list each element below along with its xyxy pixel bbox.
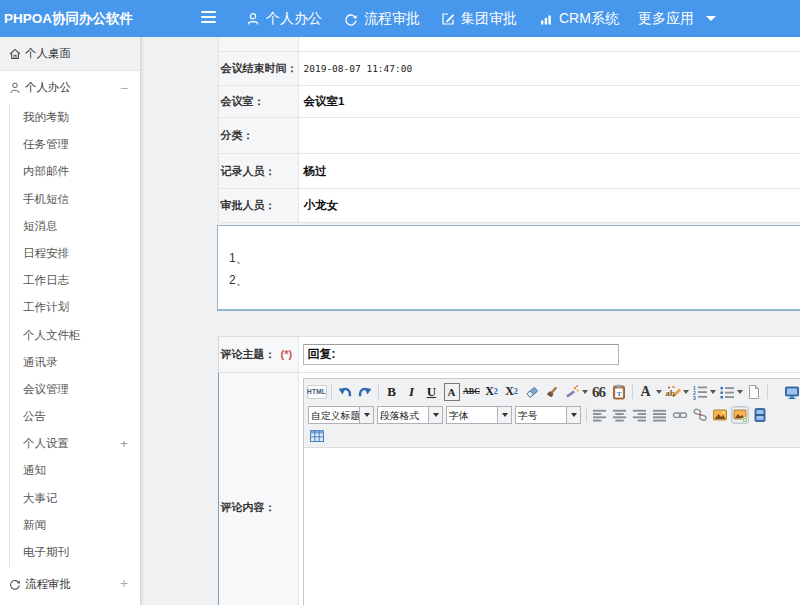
combo-arrow-icon <box>428 406 443 424</box>
align-right-icon[interactable] <box>631 406 649 424</box>
nav-label: 集团审批 <box>461 10 517 28</box>
italic-icon[interactable]: I <box>404 383 420 401</box>
sidebar-subitem[interactable]: 手机短信 <box>0 186 140 213</box>
expand-plus-icon[interactable]: + <box>117 575 131 591</box>
sidebar-subitem[interactable]: 通知 <box>0 457 140 484</box>
insert-media-icon[interactable] <box>751 406 769 424</box>
redo-icon[interactable] <box>357 383 373 401</box>
sidebar-subitem-label: 电子期刊 <box>23 546 69 558</box>
sidebar-subitem-label: 通讯录 <box>23 356 58 368</box>
nav-group-approval[interactable]: 集团审批 <box>440 0 517 37</box>
align-center-icon[interactable] <box>611 406 629 424</box>
caret-down-icon[interactable] <box>710 390 716 394</box>
paragraph-format-select[interactable]: 段落格式 <box>377 406 443 424</box>
superscript-icon[interactable]: X2 <box>484 383 500 401</box>
font-name-icon[interactable]: A <box>444 383 460 401</box>
sidebar-subitem-label: 个人文件柜 <box>23 329 81 341</box>
sidebar-subitem[interactable]: 我的考勤 <box>0 104 140 131</box>
collapse-minus-icon[interactable]: − <box>117 80 131 96</box>
sidebar-subitem[interactable]: 个人设置 + <box>0 430 140 457</box>
sidebar-subitem[interactable]: 内部邮件 <box>0 158 140 185</box>
sidebar-subitem-label: 我的考勤 <box>23 111 69 123</box>
insert-image-icon[interactable] <box>711 406 729 424</box>
sidebar-subitem[interactable]: 大事记 <box>0 485 140 512</box>
strikethrough-icon[interactable]: ABC <box>464 383 480 401</box>
caret-down-icon[interactable] <box>582 390 588 394</box>
font-color-icon[interactable]: A <box>638 383 654 401</box>
table-row: 记录人员： 杨过 <box>219 154 800 189</box>
new-page-icon[interactable] <box>746 383 762 401</box>
paste-text-icon[interactable]: T <box>611 383 627 401</box>
sidebar-subitem-label: 日程安排 <box>23 247 69 259</box>
sidebar-subitem-label: 工作日志 <box>23 274 69 286</box>
undo-icon[interactable] <box>337 383 353 401</box>
hamburger-menu-icon[interactable] <box>201 11 216 25</box>
edit-square-icon <box>440 11 456 27</box>
expand-plus-icon[interactable]: + <box>117 430 131 457</box>
sidebar-subitem[interactable]: 工作日志 <box>0 267 140 294</box>
sidebar-item-personal-office[interactable]: 个人办公 − <box>0 71 140 104</box>
blockquote-icon[interactable]: 66 <box>591 383 607 401</box>
sidebar-subitem[interactable]: 通讯录 <box>0 349 140 376</box>
link-icon[interactable] <box>671 406 689 424</box>
sidebar-item-workflow[interactable]: 流程审批 + <box>0 570 140 598</box>
comment-subject-input[interactable] <box>303 344 619 365</box>
unordered-list-icon[interactable] <box>719 383 735 401</box>
sidebar-subitem[interactable]: 日程安排 <box>0 240 140 267</box>
nav-workflow-approval[interactable]: 流程审批 <box>343 0 420 37</box>
font-size-select[interactable]: 字号 <box>515 406 581 424</box>
sidebar-subitem-label: 个人设置 <box>23 437 69 449</box>
unlink-icon[interactable] <box>691 406 709 424</box>
upload-image-icon[interactable] <box>731 406 749 424</box>
sidebar-subitem[interactable]: 任务管理 <box>0 131 140 158</box>
ordered-list-icon[interactable]: 123 <box>692 383 708 401</box>
sidebar-subitem[interactable]: 公告 <box>0 403 140 430</box>
row-value: 会议室1 <box>299 86 800 117</box>
format-wand-icon[interactable] <box>564 383 580 401</box>
comment-content-label: 评论内容： <box>221 500 276 515</box>
comment-content-row: 评论内容： HTML <box>218 373 800 605</box>
sidebar-subitem[interactable]: 短消息 <box>0 213 140 240</box>
sidebar-subitem[interactable]: 个人文件柜 <box>0 322 140 349</box>
font-family-select[interactable]: 字体 <box>446 406 512 424</box>
caret-down-icon[interactable] <box>683 390 689 394</box>
comment-form: 评论主题： (*) 评论内容： HTML <box>218 336 800 605</box>
caret-down-icon[interactable] <box>656 390 662 394</box>
note-line: 2、 <box>229 269 800 291</box>
sidebar-subitem[interactable]: 新闻 <box>0 512 140 539</box>
row-label: 会议室： <box>219 86 299 117</box>
row-value: 2019-08-07 11:47:00 <box>299 52 800 85</box>
eraser-icon[interactable] <box>524 383 540 401</box>
bold-icon[interactable]: B <box>384 383 400 401</box>
sidebar: 个人桌面 个人办公 − 我的考勤 任务管理 内部邮件 手机 <box>0 37 141 605</box>
sidebar-subitem[interactable]: 会议管理 <box>0 376 140 403</box>
nav-crm-system[interactable]: CRM系统 <box>538 0 619 37</box>
html-source-button[interactable]: HTML <box>307 385 327 399</box>
underline-icon[interactable]: U <box>424 383 440 401</box>
sidebar-subitem[interactable]: 工作计划 <box>0 294 140 321</box>
editor-toolbar-row2: 自定义标题 段落格式 字体 <box>307 403 800 427</box>
align-left-icon[interactable] <box>591 406 609 424</box>
required-mark: (*) <box>281 348 293 360</box>
editor-content-area[interactable] <box>304 448 800 605</box>
fullscreen-icon[interactable] <box>784 383 800 401</box>
rich-text-editor: HTML B I U A <box>303 378 800 605</box>
insert-table-icon[interactable] <box>308 427 326 445</box>
user-icon <box>8 81 22 95</box>
caret-down-icon[interactable] <box>737 390 743 394</box>
nav-personal-office[interactable]: 个人办公 <box>245 0 322 37</box>
nav-more-apps[interactable]: 更多应用 <box>638 0 716 37</box>
sidebar-item-desktop[interactable]: 个人桌面 <box>0 37 140 71</box>
row-value <box>299 118 800 154</box>
sidebar-item-label: 个人桌面 <box>25 46 71 61</box>
sidebar-subitem-label: 手机短信 <box>23 193 69 205</box>
table-row <box>219 37 800 52</box>
combo-arrow-icon <box>566 406 581 424</box>
subscript-icon[interactable]: X2 <box>504 383 520 401</box>
sidebar-subitem-label: 任务管理 <box>23 138 69 150</box>
custom-heading-select[interactable]: 自定义标题 <box>308 406 374 424</box>
highlight-pen-icon[interactable]: ab <box>665 383 681 401</box>
justify-icon[interactable] <box>651 406 669 424</box>
sidebar-subitem[interactable]: 电子期刊 <box>0 539 140 566</box>
format-brush-icon[interactable] <box>544 383 560 401</box>
